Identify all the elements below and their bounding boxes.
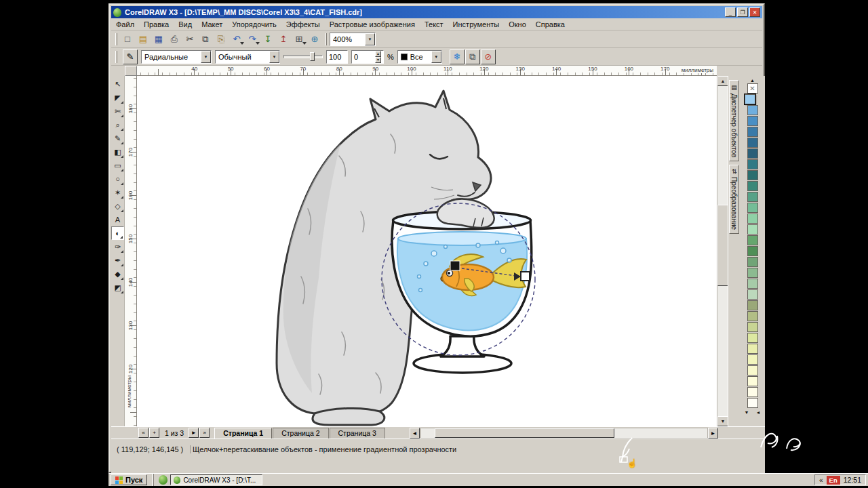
vertical-scrollbar[interactable]: ▲ ▼ bbox=[717, 76, 728, 426]
transparency-type-select[interactable]: Радиальные ▼ bbox=[141, 50, 212, 64]
color-swatch[interactable] bbox=[747, 344, 758, 354]
edit-transparency-button[interactable]: ✎ bbox=[123, 49, 138, 64]
open-button[interactable]: ▤ bbox=[136, 32, 151, 47]
chevron-down-icon[interactable]: ▼ bbox=[431, 51, 441, 63]
page-tab-1[interactable]: Страница 1 bbox=[214, 428, 272, 439]
drawing-canvas[interactable] bbox=[137, 76, 717, 426]
chevron-down-icon[interactable]: ▼ bbox=[365, 33, 375, 45]
cut-button[interactable]: ✂ bbox=[182, 32, 197, 47]
color-swatch[interactable] bbox=[747, 224, 758, 235]
color-swatch[interactable] bbox=[747, 257, 758, 267]
color-swatch[interactable] bbox=[747, 203, 758, 213]
spin-down-icon[interactable]: ▾ bbox=[375, 57, 381, 63]
color-swatch[interactable] bbox=[747, 333, 758, 343]
color-swatch[interactable] bbox=[747, 83, 758, 94]
color-swatch[interactable] bbox=[747, 181, 758, 191]
transparency-midpoint-slider[interactable] bbox=[283, 55, 323, 58]
shape-tool[interactable]: ◤ bbox=[111, 91, 124, 104]
scroll-left-icon[interactable]: ◄ bbox=[410, 428, 420, 439]
color-swatch[interactable] bbox=[747, 105, 758, 115]
freeze-transparency-button[interactable]: ❄ bbox=[450, 49, 465, 64]
docker-tab-transformation[interactable]: ⇄ Преобразование bbox=[729, 165, 739, 234]
ruler-origin-box[interactable] bbox=[125, 66, 137, 76]
color-swatch[interactable] bbox=[747, 376, 758, 386]
color-swatch[interactable] bbox=[745, 94, 755, 104]
taskbar-grip[interactable] bbox=[152, 474, 154, 486]
menu-item[interactable]: Файл bbox=[111, 19, 139, 30]
horizontal-scrollbar[interactable]: ◄ ► bbox=[410, 428, 718, 439]
docker-tab-object-manager[interactable]: ▤ Диспетчер объектов bbox=[729, 80, 739, 161]
outline-pen-tool[interactable]: ✒ bbox=[111, 253, 124, 267]
first-page-button[interactable]: « bbox=[138, 428, 149, 438]
color-swatch[interactable] bbox=[747, 148, 758, 159]
page-tab-3[interactable]: Страница 3 bbox=[330, 428, 385, 439]
color-swatch[interactable] bbox=[747, 300, 758, 310]
slider-knob[interactable] bbox=[310, 52, 315, 61]
redo-button[interactable]: ↷ bbox=[245, 32, 260, 47]
paste-button[interactable]: ⎘ bbox=[214, 32, 229, 47]
last-page-button[interactable]: » bbox=[199, 428, 210, 438]
menu-item[interactable]: Инструменты bbox=[448, 19, 505, 30]
pick-tool[interactable]: ↖ bbox=[111, 77, 124, 91]
color-swatch[interactable] bbox=[747, 127, 758, 137]
scroll-up-icon[interactable]: ▲ bbox=[717, 76, 728, 86]
menu-item[interactable]: Вид bbox=[174, 19, 197, 30]
vertical-ruler[interactable]: 180170160150140130120 миллиметры bbox=[125, 76, 137, 426]
rectangle-tool[interactable]: ▭ bbox=[111, 159, 124, 172]
color-swatch[interactable] bbox=[747, 159, 758, 169]
color-swatch[interactable] bbox=[747, 170, 758, 180]
color-swatch[interactable] bbox=[747, 268, 758, 278]
scroll-down-icon[interactable]: ▼ bbox=[717, 416, 728, 426]
vertical-scroll-thumb[interactable] bbox=[717, 205, 728, 286]
toolbar-grip[interactable] bbox=[325, 33, 327, 45]
color-swatch[interactable] bbox=[747, 289, 758, 300]
taskbar-task-button[interactable]: CorelDRAW X3 - [D:\T... bbox=[170, 474, 262, 485]
color-swatch[interactable] bbox=[747, 116, 758, 126]
color-swatch[interactable] bbox=[747, 279, 758, 289]
menu-item[interactable]: Окно bbox=[504, 19, 531, 30]
eyedropper-tool[interactable]: ✑ bbox=[111, 240, 124, 253]
color-swatch[interactable] bbox=[747, 387, 758, 397]
tray-chevron-icon[interactable]: « bbox=[819, 476, 823, 484]
start-button[interactable]: Пуск bbox=[111, 474, 147, 485]
palette-scroll-down-icon[interactable]: ▼ bbox=[741, 409, 752, 415]
palette-expand-icon[interactable]: ◄ bbox=[753, 409, 764, 415]
polygon-tool[interactable]: ✶ bbox=[111, 186, 124, 199]
freehand-tool[interactable]: ✎ bbox=[111, 131, 124, 145]
quicklaunch-coreldraw-icon[interactable] bbox=[159, 475, 167, 485]
export-button[interactable]: ↥ bbox=[276, 32, 291, 47]
color-swatch[interactable] bbox=[747, 138, 758, 148]
menu-item[interactable]: Эффекты bbox=[281, 19, 325, 30]
undo-button[interactable]: ↶ bbox=[229, 32, 244, 47]
print-button[interactable]: ⎙ bbox=[167, 32, 182, 47]
page-tab-2[interactable]: Страница 2 bbox=[273, 428, 328, 439]
text-tool[interactable]: A bbox=[111, 213, 124, 226]
zoom-tool[interactable]: ⌕ bbox=[111, 118, 124, 131]
save-button[interactable]: ▦ bbox=[151, 32, 166, 47]
title-bar[interactable]: CorelDRAW X3 - [D:\TEMP\_MM DISCS\Corel … bbox=[111, 6, 762, 18]
menu-item[interactable]: Справка bbox=[531, 19, 570, 30]
corel-online-button[interactable]: ⊕ bbox=[307, 32, 322, 47]
color-swatch[interactable] bbox=[747, 311, 758, 321]
clear-transparency-button[interactable]: ⊘ bbox=[481, 49, 496, 64]
menu-item[interactable]: Растровые изображения bbox=[325, 19, 420, 30]
color-swatch[interactable] bbox=[747, 398, 758, 408]
chevron-down-icon[interactable]: ▼ bbox=[201, 51, 211, 63]
new-button[interactable]: □ bbox=[120, 32, 135, 47]
toolbar-grip[interactable] bbox=[115, 51, 117, 63]
transparency-target-select[interactable]: Все ▼ bbox=[397, 50, 442, 64]
color-swatch[interactable] bbox=[747, 322, 758, 332]
maximize-button[interactable]: ❐ bbox=[737, 7, 748, 17]
import-button[interactable]: ↧ bbox=[260, 32, 275, 47]
add-page-button[interactable]: + bbox=[149, 428, 159, 438]
ellipse-tool[interactable]: ○ bbox=[111, 172, 124, 186]
transparency-operation-select[interactable]: Обычный ▼ bbox=[215, 50, 280, 64]
close-button[interactable]: ✕ bbox=[749, 7, 760, 17]
interactive-transparency-tool[interactable]: ◐ bbox=[111, 226, 124, 240]
smart-fill-tool[interactable]: ◧ bbox=[111, 145, 124, 159]
menu-item[interactable]: Упорядочить bbox=[227, 19, 281, 30]
color-swatch[interactable] bbox=[747, 214, 758, 224]
menu-item[interactable]: Правка bbox=[139, 19, 174, 30]
horizontal-scroll-thumb[interactable] bbox=[435, 428, 614, 438]
zoom-level-select[interactable]: 400% ▼ bbox=[330, 33, 376, 46]
